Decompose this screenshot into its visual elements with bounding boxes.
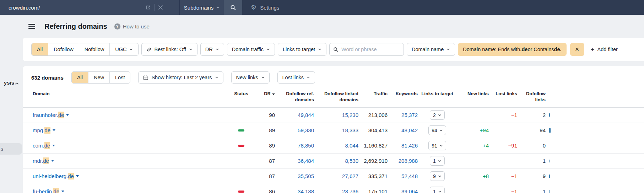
domain-link[interactable]: mpg.de bbox=[33, 127, 55, 133]
show-history-dropdown[interactable]: Show history: Last 2 years bbox=[138, 71, 223, 84]
dofollow-linked-value[interactable]: 23,736 bbox=[314, 188, 358, 193]
caret-down-icon[interactable] bbox=[76, 175, 79, 177]
filter-dofollow[interactable]: Dofollow bbox=[48, 43, 79, 55]
caret-down-icon[interactable] bbox=[66, 114, 69, 116]
traffic-value: 175,101 bbox=[358, 188, 388, 193]
dofollow-linked-value[interactable]: 8,530 bbox=[314, 158, 358, 164]
status-new[interactable]: New bbox=[88, 72, 109, 83]
dr-dropdown[interactable]: DR bbox=[200, 43, 224, 56]
table-row: fraunhofer.de 90 49,844 15,230 213,006 2… bbox=[23, 108, 644, 123]
dofollow-linked-value[interactable]: 27,627 bbox=[314, 173, 358, 179]
col-dofollow-ref[interactable]: Dofollow ref. domains bbox=[275, 91, 314, 103]
col-keywords[interactable]: Keywords bbox=[388, 91, 418, 97]
page-title: Referring domains bbox=[44, 22, 107, 31]
lost-links-dropdown[interactable]: Lost links bbox=[277, 71, 315, 84]
links-to-target-select[interactable]: 1 bbox=[430, 156, 445, 166]
settings-button[interactable]: Settings bbox=[260, 5, 279, 11]
add-filter-button[interactable]: + Add filter bbox=[591, 46, 618, 53]
plus-icon: + bbox=[591, 46, 595, 53]
links-to-target-select[interactable]: 2 bbox=[430, 110, 445, 120]
domain-cell: uni-heidelberg.de bbox=[33, 173, 229, 179]
col-new-links[interactable]: New links bbox=[457, 91, 489, 97]
keywords-value[interactable]: 39,064 bbox=[388, 188, 418, 193]
question-icon: ? bbox=[114, 23, 120, 30]
menu-icon[interactable] bbox=[28, 24, 35, 29]
caret-down-icon[interactable] bbox=[52, 145, 55, 146]
domain-link[interactable]: fu-berlin.de bbox=[33, 188, 64, 193]
dofollow-linked-value[interactable]: 8,044 bbox=[314, 143, 358, 149]
external-link-icon[interactable] bbox=[142, 0, 154, 15]
links-to-target-select[interactable]: 1 bbox=[430, 187, 445, 193]
domain-link[interactable]: com.de bbox=[33, 143, 55, 149]
status-lost[interactable]: Lost bbox=[109, 72, 130, 83]
domain-cell: mdr.de bbox=[33, 158, 229, 164]
keywords-value[interactable]: 81,426 bbox=[388, 143, 418, 149]
links-to-target-select[interactable]: 91 bbox=[428, 141, 446, 150]
status-all[interactable]: All bbox=[72, 72, 88, 83]
col-domain[interactable]: Domain bbox=[33, 91, 229, 97]
domain-link[interactable]: mdr.de bbox=[33, 158, 54, 164]
traffic-value: 213,006 bbox=[358, 112, 388, 118]
traffic-value: 1,160,827 bbox=[358, 143, 388, 149]
gear-icon: ⚙ bbox=[251, 4, 256, 11]
chevron-down-icon bbox=[439, 129, 443, 132]
col-status[interactable]: Status bbox=[229, 91, 254, 97]
links-to-target-select[interactable]: 94 bbox=[428, 125, 446, 135]
ugc-label: UGC bbox=[115, 47, 126, 52]
filter-ugc-dropdown[interactable]: UGC bbox=[109, 43, 138, 55]
best-links-dropdown[interactable]: Best links: Off bbox=[141, 43, 197, 56]
filter-all[interactable]: All bbox=[32, 43, 48, 55]
lost-links-value: −1 bbox=[489, 173, 517, 179]
domain-name-dropdown[interactable]: Domain name bbox=[407, 43, 455, 56]
dofollow-ref-value[interactable]: 49,844 bbox=[275, 112, 314, 118]
dofollow-links-bar[interactable] bbox=[549, 160, 550, 162]
domain-link[interactable]: fraunhofer.de bbox=[33, 112, 69, 118]
caret-down-icon[interactable] bbox=[61, 191, 64, 192]
active-filter-chip[interactable]: Domain name: Ends with .de or Contains d… bbox=[458, 43, 566, 56]
dofollow-links-value: 1 bbox=[517, 188, 546, 193]
col-dofollow-links[interactable]: Dofollow links bbox=[517, 91, 546, 103]
col-dofollow-linked[interactable]: Dofollow linked domains bbox=[314, 91, 358, 103]
dofollow-links-value: 9 bbox=[517, 173, 546, 179]
col-traffic[interactable]: Traffic bbox=[358, 91, 388, 97]
sidebar-item-partial[interactable]: s bbox=[0, 143, 22, 155]
dofollow-ref-value[interactable]: 35,505 bbox=[275, 173, 314, 179]
dofollow-ref-value[interactable]: 34,138 bbox=[275, 188, 314, 193]
dofollow-links-bar[interactable] bbox=[549, 128, 551, 133]
clear-target-icon[interactable] bbox=[155, 0, 167, 15]
status-badge bbox=[238, 191, 244, 193]
dofollow-ref-value[interactable]: 59,330 bbox=[275, 127, 314, 133]
col-lost-links[interactable]: Lost links bbox=[489, 91, 517, 97]
new-links-dropdown[interactable]: New links bbox=[231, 71, 270, 84]
col-links-to-target[interactable]: Links to target bbox=[418, 91, 457, 97]
dofollow-linked-value[interactable]: 18,333 bbox=[314, 127, 358, 133]
search-button[interactable] bbox=[224, 0, 242, 15]
remove-filter-button[interactable]: ✕ bbox=[570, 43, 584, 56]
keywords-value[interactable]: 48,042 bbox=[388, 127, 418, 133]
how-to-use-link[interactable]: ? How to use bbox=[114, 23, 150, 30]
keywords-value[interactable]: 52,448 bbox=[388, 173, 418, 179]
links-to-target-select[interactable]: 9 bbox=[430, 171, 445, 181]
dofollow-ref-value[interactable]: 36,484 bbox=[275, 158, 314, 164]
col-dr[interactable]: DR bbox=[254, 91, 275, 97]
mode-dropdown[interactable]: Subdomains bbox=[179, 0, 224, 15]
target-input[interactable] bbox=[0, 5, 142, 11]
caret-down-icon[interactable] bbox=[51, 160, 54, 162]
keywords-value[interactable]: 25,372 bbox=[388, 112, 418, 118]
dofollow-linked-value[interactable]: 15,230 bbox=[314, 112, 358, 118]
links-to-target-cell: 1 bbox=[418, 187, 457, 193]
word-search-input[interactable] bbox=[341, 47, 395, 52]
domain-traffic-dropdown[interactable]: Domain traffic bbox=[227, 43, 275, 56]
filter-nofollow[interactable]: Nofollow bbox=[79, 43, 110, 55]
dofollow-links-bar[interactable] bbox=[549, 175, 550, 178]
dofollow-ref-value[interactable]: 78,850 bbox=[275, 143, 314, 149]
dofollow-links-bar[interactable] bbox=[549, 113, 550, 117]
domain-cell: fraunhofer.de bbox=[33, 112, 229, 118]
links-to-target-dropdown[interactable]: Links to target bbox=[278, 43, 326, 56]
word-search-box bbox=[329, 43, 404, 56]
caret-down-icon[interactable] bbox=[53, 129, 55, 131]
domain-link[interactable]: uni-heidelberg.de bbox=[33, 173, 79, 179]
keywords-value[interactable]: 208,988 bbox=[388, 158, 418, 164]
highlight-de: de bbox=[68, 173, 74, 179]
dofollow-links-bar[interactable] bbox=[549, 190, 550, 193]
